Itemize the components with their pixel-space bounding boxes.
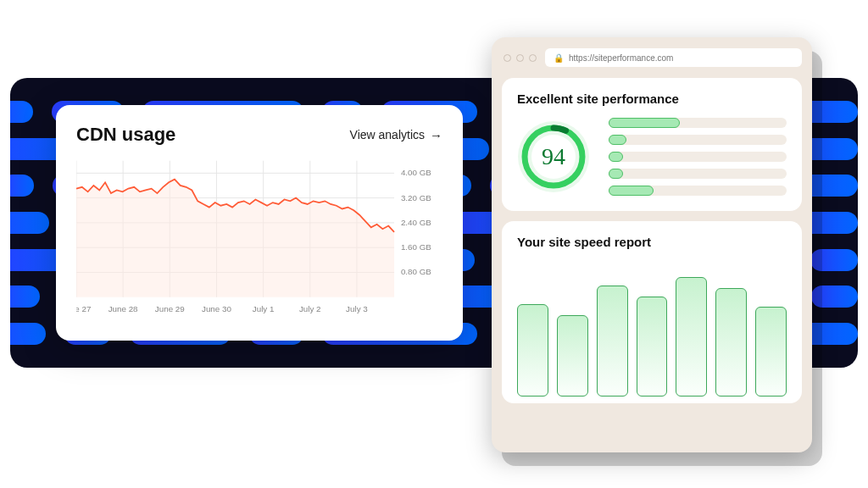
svg-text:July 1: July 1 [253,304,275,313]
svg-text:1.60 GB: 1.60 GB [401,242,431,252]
arrow-right-icon: → [430,128,442,142]
svg-text:2.40 GB: 2.40 GB [401,218,431,227]
traffic-light-minimize[interactable] [516,54,524,62]
performance-score-ring: 94 [517,120,590,193]
performance-title: Excellent site performance [517,92,787,106]
performance-meter [609,135,787,145]
speed-bar [597,286,628,396]
speed-bar [755,307,787,396]
svg-text:0.80 GB: 0.80 GB [401,267,431,276]
traffic-light-close[interactable] [504,54,511,62]
performance-card: Excellent site performance 94 [502,78,802,211]
svg-text:July 2: July 2 [299,304,321,313]
speed-bar [517,304,548,396]
performance-meter [609,152,787,162]
speed-bar [557,315,588,396]
svg-text:June 29: June 29 [155,304,185,313]
lock-icon: 🔒 [554,53,564,63]
performance-meter [609,186,787,196]
svg-text:4.00 GB: 4.00 GB [401,168,431,177]
performance-meters [609,118,787,196]
performance-meter [609,169,787,179]
svg-text:June 28: June 28 [108,304,138,313]
url-text: https://siteperformance.com [569,53,673,63]
performance-score-value: 94 [517,120,590,193]
speed-report-card: Your site speed report [502,221,802,403]
cdn-chart: 0.80 GB1.60 GB2.40 GB3.20 GB4.00 GBJune … [76,154,442,324]
window-controls[interactable] [504,54,537,62]
url-bar[interactable]: 🔒 https://siteperformance.com [545,48,802,67]
speed-bar-chart [517,261,787,396]
view-analytics-label: View analytics [350,128,425,141]
view-analytics-link[interactable]: View analytics → [350,128,442,142]
svg-text:June 30: June 30 [202,304,231,313]
performance-meter [609,118,787,128]
speed-bar [676,277,707,396]
svg-text:3.20 GB: 3.20 GB [401,193,431,202]
browser-toolbar: 🔒 https://siteperformance.com [502,46,802,69]
svg-text:July 3: July 3 [346,304,368,313]
traffic-light-zoom[interactable] [529,54,537,62]
cdn-usage-card: CDN usage View analytics → 0.80 GB1.60 G… [56,105,463,341]
browser-window: 🔒 https://siteperformance.com Excellent … [492,37,812,452]
speed-report-title: Your site speed report [517,235,787,249]
speed-bar [637,297,668,396]
svg-text:June 27: June 27 [76,304,91,313]
speed-bar [715,288,747,396]
cdn-title: CDN usage [76,124,175,146]
